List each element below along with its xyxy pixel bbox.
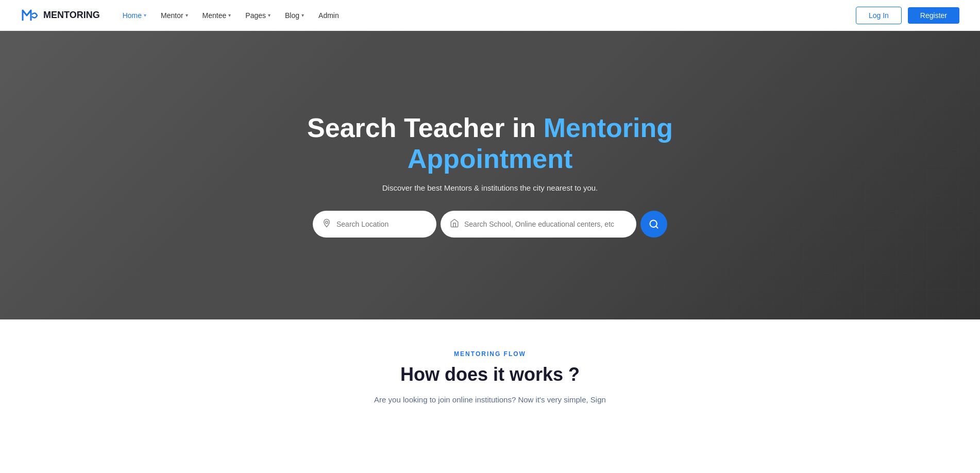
nav-link-mentee[interactable]: Mentee ▾ [196,7,238,24]
chevron-down-icon: ▾ [301,12,304,18]
flow-tag: MENTORING FLOW [21,350,959,358]
search-icon [649,219,659,229]
nav-link-pages[interactable]: Pages ▾ [239,7,277,24]
navbar-left: MENTORING Home ▾ Mentor ▾ Mentee ▾ [21,6,345,25]
search-bar [307,211,673,238]
nav-item-mentee[interactable]: Mentee ▾ [196,7,238,24]
nav-item-admin[interactable]: Admin [312,7,345,24]
hero-subtitle: Discover the best Mentors & institutions… [307,183,673,192]
flow-section: MENTORING FLOW How does it works ? Are y… [0,319,980,427]
chevron-down-icon: ▾ [228,12,231,18]
search-location-wrap [313,211,436,238]
logo-icon [21,6,39,25]
register-button[interactable]: Register [908,7,959,24]
hero-title: Search Teacher in Mentoring Appointment [307,113,673,175]
nav-link-home[interactable]: Home ▾ [116,7,153,24]
hero-content: Search Teacher in Mentoring Appointment … [297,113,683,238]
location-icon [322,218,331,230]
search-school-input[interactable] [464,220,627,228]
chevron-down-icon: ▾ [185,12,188,18]
nav-item-pages[interactable]: Pages ▾ [239,7,277,24]
search-school-wrap [441,211,636,238]
hero-section: Search Teacher in Mentoring Appointment … [0,31,980,319]
school-icon [450,218,459,230]
nav-link-blog[interactable]: Blog ▾ [279,7,310,24]
flow-title: How does it works ? [21,364,959,385]
login-button[interactable]: Log In [856,7,902,24]
nav-link-mentor[interactable]: Mentor ▾ [155,7,194,24]
logo-text: MENTORING [43,10,100,21]
search-location-input[interactable] [336,220,427,228]
search-button[interactable] [640,211,667,238]
nav-item-home[interactable]: Home ▾ [116,7,153,24]
logo[interactable]: MENTORING [21,6,100,25]
nav-item-mentor[interactable]: Mentor ▾ [155,7,194,24]
chevron-down-icon: ▾ [144,12,146,18]
nav-links: Home ▾ Mentor ▾ Mentee ▾ Pages ▾ [116,7,345,24]
nav-item-blog[interactable]: Blog ▾ [279,7,310,24]
chevron-down-icon: ▾ [268,12,271,18]
svg-line-3 [656,226,658,228]
flow-subtitle: Are you looking to join online instituti… [325,394,655,406]
navbar: MENTORING Home ▾ Mentor ▾ Mentee ▾ [0,0,980,31]
svg-point-1 [326,221,328,224]
nav-link-admin[interactable]: Admin [312,7,345,24]
navbar-right: Log In Register [856,7,959,24]
